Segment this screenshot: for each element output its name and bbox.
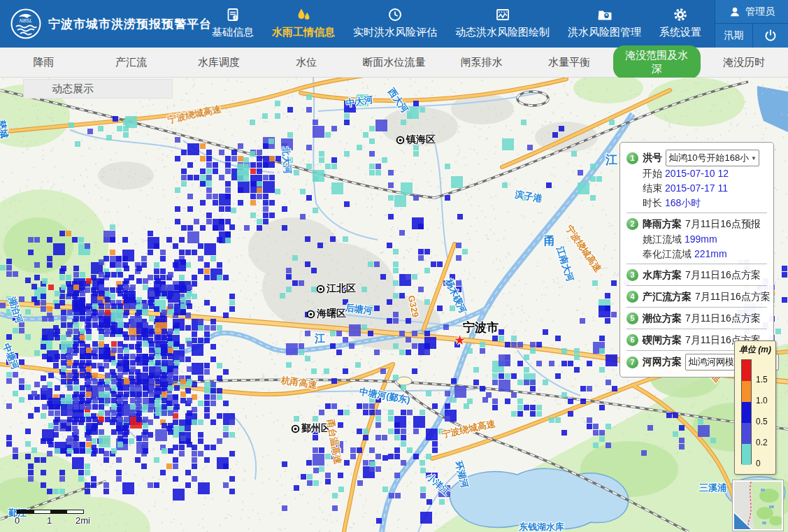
legend-title: 单位 (m) [735, 344, 775, 356]
nav-item-flood-map-management[interactable]: 洪水风险图管理 [559, 0, 650, 48]
map-label-river: 江 [315, 332, 325, 345]
clock-icon [387, 5, 403, 24]
district-bullseye-icon [316, 285, 325, 294]
app-header: NBSL 宁波市城市洪涝预报预警平台 i 基础信息 水雨工情信息 实时洪水风险评… [0, 0, 788, 48]
scalebar: 0 1 2mi [17, 510, 115, 514]
nav-label: 实时洪水风险评估 [353, 26, 437, 39]
sub-value: 2015-07-10 12 [665, 168, 729, 179]
logo-text: NBSL [20, 18, 32, 23]
page-title: 宁波市城市洪涝预报预警平台 [48, 16, 212, 32]
map-label-district: 江北区 [316, 282, 356, 295]
scheme-value: 7月11日16点方案 [685, 312, 761, 325]
sub-value: 221mm [694, 248, 727, 259]
nav-label: 基础信息 [212, 26, 254, 39]
map-label-river: 东钱湖水库 [519, 521, 564, 532]
main-nav: i 基础信息 水雨工情信息 实时洪水风险评估 动态洪水风险图绘制 [203, 0, 710, 48]
step-badge: 1 [626, 152, 638, 164]
legend-tick: 0.5 [756, 417, 768, 426]
logo-area: NBSL 宁波市城市洪涝预报预警平台 [0, 0, 203, 48]
gear-icon [673, 5, 688, 24]
raindrops-icon [296, 5, 311, 24]
scalebar-bar [17, 510, 84, 514]
nav-item-dynamic-flood-map[interactable]: 动态洪水风险图绘制 [446, 0, 559, 48]
sub-value: 2015-07-17 11 [665, 182, 728, 194]
scalebar-label: 1 [47, 515, 52, 526]
step-badge: 4 [626, 291, 638, 303]
step-badge: 5 [626, 312, 638, 324]
user-menu[interactable]: 管理员 [715, 0, 788, 24]
map-label-river: 甬 [544, 233, 556, 249]
scheme-select[interactable]: 灿鸿10号开始168小▼ [666, 150, 759, 166]
sub-value: 199mm [685, 233, 717, 245]
section-label: 洪号 [643, 152, 662, 164]
section-label: 降雨方案 [643, 218, 682, 231]
map-label-river: 北大河 [279, 146, 294, 174]
tab-runoff[interactable]: 产汇流 [87, 52, 175, 73]
minimap-content [734, 482, 782, 529]
tab-gate-pump-drainage[interactable]: 闸泵排水 [438, 52, 525, 73]
nav-item-basic-info[interactable]: i 基础信息 [203, 0, 263, 48]
sub-label: 开始 [643, 168, 662, 179]
step-badge: 2 [626, 218, 638, 230]
nav-label: 系统设置 [659, 26, 701, 39]
legend-tick: 0.2 [756, 438, 768, 447]
chart-icon [495, 5, 510, 24]
logout-button[interactable] [753, 24, 788, 48]
map-viewport[interactable]: 动态展示 镇海区江北区海曙区鄞州区宁波市★中大河西大河北大河滨子港甬江江后塘河江… [0, 78, 788, 532]
user-panel: 管理员 汛期 [715, 0, 788, 48]
district-bullseye-icon [306, 310, 315, 319]
map-label-river: 江 [606, 152, 617, 168]
nav-label: 洪水风险图管理 [568, 26, 641, 39]
nav-item-water-rain-info[interactable]: 水雨工情信息 [263, 0, 344, 48]
section-label: 河网方案 [643, 356, 682, 368]
sub-tabbar: 降雨 产汇流 水库调度 水位 断面水位流量 闸泵排水 水量平衡 淹没范围及水深 … [0, 48, 788, 78]
tab-inundation-extent-depth[interactable]: 淹没范围及水深 [613, 45, 701, 79]
scalebar-label: 0 [15, 515, 20, 526]
tab-inundation-duration[interactable]: 淹没历时 [701, 52, 788, 73]
sub-value: 168小时 [665, 197, 701, 208]
tab-water-level[interactable]: 水位 [263, 52, 350, 73]
scheme-value: 7月11日16点预报 [685, 218, 761, 231]
district-bullseye-icon [291, 424, 300, 433]
power-icon [764, 29, 778, 43]
nav-label: 动态洪水风险图绘制 [455, 26, 550, 39]
folder-lock-icon [597, 5, 613, 24]
tab-reservoir-dispatch[interactable]: 水库调度 [175, 52, 262, 73]
chevron-down-icon: ▼ [751, 155, 757, 161]
step-badge: 6 [626, 334, 638, 346]
scalebar-label: 2mi [76, 515, 90, 526]
legend-colorbar [741, 359, 752, 464]
section-label: 水库方案 [643, 269, 682, 282]
map-label-district: 镇海区 [396, 134, 436, 146]
app-logo: NBSL [10, 8, 42, 40]
overview-minimap[interactable] [733, 480, 783, 531]
legend-tick: 1.0 [756, 396, 768, 405]
nav-item-realtime-flood-risk[interactable]: 实时洪水风险评估 [344, 0, 446, 48]
season-mode-button[interactable]: 汛期 [715, 24, 753, 48]
sub-label: 姚江流域 [643, 233, 682, 245]
sub-label: 奉化江流域 [643, 248, 692, 259]
user-name: 管理员 [745, 6, 775, 18]
tab-rainfall[interactable]: 降雨 [0, 52, 87, 73]
sub-label: 时长 [643, 197, 662, 208]
document-icon: i [225, 5, 241, 24]
nav-item-system-settings[interactable]: 系统设置 [650, 0, 710, 48]
legend-tick: 0 [756, 459, 761, 468]
map-label-city: 宁波市 [463, 319, 499, 336]
legend-tick: 1.5 [756, 375, 768, 384]
tab-water-balance[interactable]: 水量平衡 [525, 52, 613, 73]
user-icon [729, 6, 741, 18]
map-label-river: 三溪浦 [699, 482, 726, 494]
step-badge: 3 [626, 269, 638, 281]
tab-section-level-flow[interactable]: 断面水位流量 [350, 52, 438, 73]
nav-label: 水雨工情信息 [272, 26, 335, 39]
district-bullseye-icon [396, 136, 405, 145]
map-label-district: 海曙区 [306, 308, 346, 320]
dynamic-display-button[interactable]: 动态展示 [23, 79, 173, 99]
section-label: 碶闸方案 [643, 334, 682, 347]
sub-label: 结束 [643, 182, 662, 194]
map-label-star: ★ [454, 332, 466, 348]
section-label: 潮位方案 [643, 312, 682, 325]
depth-legend: 单位 (m) 1.51.00.50.20 [734, 340, 776, 475]
scheme-value: 7月11日16点方案 [695, 291, 771, 303]
